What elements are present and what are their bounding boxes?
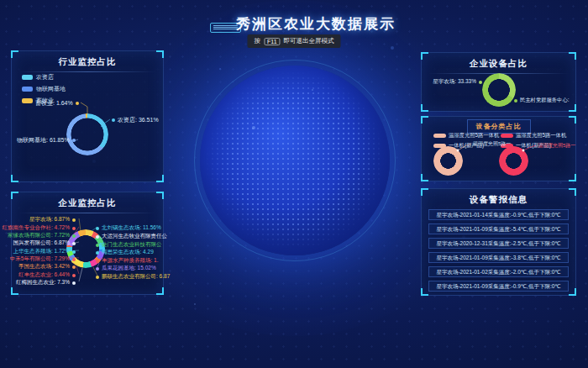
panel-device-class: 设备分类占比 温湿度光照5路一体机 一体机(新产品) 温湿度光照5路一体机 一体… xyxy=(421,116,576,181)
label-dot xyxy=(72,218,76,222)
chart-label: 瓜果花园基地: 15.02% xyxy=(96,265,156,272)
chart-label: 季国生态农场: 3.42% xyxy=(12,263,76,271)
legend-swatch xyxy=(22,75,33,80)
label-dot xyxy=(72,242,76,245)
alarm-row[interactable]: 星宇农场-2020-12-31采集温度:-2.5℃,低于下限:0℃ xyxy=(428,238,569,249)
class-right-donut-chart[interactable] xyxy=(499,146,528,176)
fullscreen-tip: 按 F11 即可退出全屏模式 xyxy=(247,34,340,48)
chart-label: 大运河生态牧业有限责任公 xyxy=(96,233,167,240)
panel-title: 行业监控占比 xyxy=(12,56,163,68)
label-dot xyxy=(76,102,79,105)
label-dot xyxy=(514,99,517,103)
legend-swatch xyxy=(22,87,33,92)
panel-industry-monitor: 行业监控占比 农资店 物联网基地 畜牧业 畜牧业: 1.64% 农资店: 36.… xyxy=(11,50,164,182)
chart-label: 红梅园生态农业: 7.3% xyxy=(12,279,76,287)
alarm-row[interactable]: 星宇农场-2021-01-09采集温度:-5.4℃,低于下限:0℃ xyxy=(428,223,569,234)
alarm-row[interactable]: 星宇农场-2021-01-02采集温度:-2.0℃,低于下限:0℃ xyxy=(428,266,569,277)
page-title: 秀洲区农业大数据展示 xyxy=(44,14,588,34)
legend-swatch xyxy=(22,98,33,103)
chart-label: 畜牧业: 1.64% xyxy=(35,99,79,108)
chart-label: 上华生态养殖场: 1.72% xyxy=(12,248,76,255)
chart-label: 民主村党群服务中心: xyxy=(514,97,569,104)
label-dot xyxy=(112,118,115,122)
chart-label: 丰源水产种质养殖场: 1. xyxy=(96,257,159,265)
label-dot xyxy=(72,265,76,269)
label-dot xyxy=(72,234,76,238)
label-dot xyxy=(72,227,76,230)
chart-label: 家缘农场有限公司: 7.72% xyxy=(12,232,76,239)
chart-label: 国兴发有限公司: 6.87% xyxy=(12,239,76,247)
chart-label: 红旗南鱼专业合作社: 4.72% xyxy=(12,224,76,232)
panel-title: 设备警报信息 xyxy=(422,194,575,206)
panel-title: 企业监控占比 xyxy=(12,197,163,209)
label-dot xyxy=(96,267,99,271)
chart-label: 物联网基地: 61.85% xyxy=(17,136,76,145)
chart-label: 鹏硕生态农业有限公司: 6.87 xyxy=(96,273,170,281)
chart-label: 红丰生态农业: 6.44% xyxy=(12,271,76,279)
legend-item[interactable]: 温湿度光照5路一体机 xyxy=(433,132,499,139)
chart-label: 星宇农场: 33.33% xyxy=(430,78,482,86)
chart-label: 星宇农场: 6.87% xyxy=(12,216,76,223)
decor-particles xyxy=(252,126,255,129)
label-dot xyxy=(96,260,99,263)
label-dot xyxy=(72,250,76,254)
tip-prefix: 按 xyxy=(254,37,260,45)
industry-donut-chart[interactable] xyxy=(66,113,108,155)
device-donut-chart[interactable] xyxy=(482,73,516,107)
legend-swatch xyxy=(501,134,513,138)
divider xyxy=(18,213,156,213)
legend-item[interactable]: 物联网基地 xyxy=(22,85,66,93)
alarm-row[interactable]: 星宇农场-2021-01-14采集温度:-0.9℃,低于下限:0℃ xyxy=(428,209,569,220)
panel-device-ratio: 企业设备占比 星宇农场: 33.33% 民主村党群服务中心: xyxy=(421,52,576,112)
chart-label: 中禾5年有限公司: 7.29% xyxy=(12,255,76,263)
label-dot xyxy=(96,244,99,247)
class-left-callout: 温湿度光照5路一 xyxy=(473,140,511,148)
legend-swatch xyxy=(433,134,446,138)
label-dot xyxy=(96,227,99,230)
label-dot xyxy=(72,258,76,261)
label-dot xyxy=(96,251,99,255)
alarm-row[interactable]: 星宇农场-2021-01-09采集温度:-0.9℃,低于下限:0℃ xyxy=(428,281,569,292)
dashboard: 秀洲区农业大数据展示 按 F11 即可退出全屏模式 行业监控占比 农资店 物联网… xyxy=(0,0,588,368)
chart-label: 农资店: 36.51% xyxy=(112,116,159,124)
class-left-donut-chart[interactable] xyxy=(433,146,463,176)
panel-device-alarms: 设备警报信息 星宇农场-2021-01-14采集温度:-0.9℃,低于下限:0℃… xyxy=(421,188,576,296)
legend-item[interactable]: 温湿度光照5路一体机 xyxy=(501,132,566,139)
label-dot xyxy=(72,139,76,142)
divider xyxy=(18,71,156,72)
alarm-list: 星宇农场-2021-01-14采集温度:-0.9℃,低于下限:0℃ 星宇农场-2… xyxy=(428,209,569,295)
legend-label: 物联网基地 xyxy=(36,85,66,93)
legend-label: 农资店 xyxy=(36,73,54,81)
label-dot xyxy=(72,281,76,285)
alarm-row[interactable]: 星宇农场-2021-01-09采集温度:-3.8℃,低于下限:0℃ xyxy=(428,252,569,263)
label-dot xyxy=(96,276,99,279)
legend-item[interactable]: 农资店 xyxy=(22,73,66,81)
panel-enterprise-monitor: 企业监控占比 星宇农场: 6.87% 红旗南鱼专业合作社: 4.72% 家缘农场… xyxy=(11,192,164,295)
label-dot xyxy=(479,81,482,84)
tip-suffix: 即可退出全屏模式 xyxy=(284,37,334,45)
chart-label: 陡门生态农业科技有限公 xyxy=(96,241,162,249)
chart-label: 北刘锅生态农场: 11.56% xyxy=(96,224,161,232)
label-dot xyxy=(96,235,99,239)
globe-visual xyxy=(200,66,390,255)
f11-key: F11 xyxy=(264,38,281,45)
panel-title: 企业设备占比 xyxy=(422,58,575,70)
class-right-callout: 温湿度光照5路一 xyxy=(538,142,575,150)
chart-label: 梅思荣生态农场: 4.29 xyxy=(96,249,154,256)
label-dot xyxy=(72,274,76,277)
